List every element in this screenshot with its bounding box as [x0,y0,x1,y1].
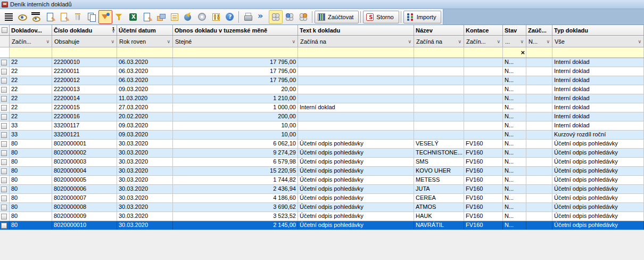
cell-cislo-dokladu[interactable]: 8020000008 [52,203,117,212]
cell-cislo-dokladu[interactable]: 22200014 [52,94,117,103]
cell-obnos[interactable]: 20,00 [173,85,298,94]
filter-input-zauctovano[interactable] [526,47,552,58]
cell-ucetni-datum[interactable]: 11.03.2020 [117,94,173,103]
cell-obnos[interactable]: 15 220,95 [173,167,298,175]
cell-ucetni-datum[interactable]: 30.03.2020 [117,185,173,193]
cell-nazev[interactable]: TECHNISTONE... [414,149,464,157]
cell-typ-dokladu[interactable]: Kurzový rozdíl roční [552,131,644,139]
cell-stav[interactable]: N... [503,112,526,121]
cell-cislo-dokladu[interactable]: 22200016 [52,112,117,121]
cell-stav[interactable]: N... [503,85,526,94]
cell-kontace[interactable]: FV160 [464,167,503,175]
row-checkbox[interactable] [1,96,7,102]
table-row[interactable]: 80802000000430.03.202015 220,95Účetní od… [0,167,644,176]
cell-cislo-dokladu[interactable]: 33200117 [52,121,117,130]
table-row[interactable]: 80802000000530.03.20201 744,82Účetní odp… [0,176,644,185]
cell-nazev[interactable] [414,94,464,103]
cell-obnos[interactable]: 17 795,00 [173,58,298,67]
column-header-typ-dokladu[interactable]: Typ dokladu [552,25,644,35]
compass-button[interactable] [181,10,195,24]
cell-cislo-dokladu[interactable]: 8020000001 [52,140,117,148]
cell-typ-dokladu[interactable]: Interní doklad [552,85,644,94]
cell-obnos[interactable]: 10,00 [173,121,298,130]
cell-dokladova-rada[interactable]: 33 [10,121,52,130]
cell-nazev[interactable]: NAVRÁTIL [414,221,464,230]
print-button[interactable] [241,10,255,24]
cell-zauctovano[interactable] [526,203,552,212]
cell-cislo-dokladu[interactable]: 8020000007 [52,194,117,202]
row-select-cell[interactable] [0,94,10,103]
row-select-cell[interactable] [0,103,10,112]
column-header-kontace[interactable]: Kontace [464,25,503,35]
delete-button[interactable] [71,10,85,24]
cell-kontace[interactable] [464,67,503,76]
cell-obnos[interactable]: 9 274,29 [173,149,298,157]
column-header-ucetni-datum[interactable]: Účetní datum [117,25,173,35]
cell-dokladova-rada[interactable]: 22 [10,85,52,94]
cell-zauctovano[interactable] [526,67,552,76]
filter-condition-kontace[interactable]: Začín...∨ [464,36,503,47]
row-select-cell[interactable] [0,167,10,175]
cell-ucetni-datum[interactable]: 06.03.2020 [117,76,173,85]
cell-text-k-dokladu[interactable]: Účetní odpis pohledávky [298,149,414,157]
cell-nazev[interactable] [414,85,464,94]
cell-dokladova-rada[interactable]: 80 [10,176,52,184]
row-select-cell[interactable] [0,67,10,76]
cell-text-k-dokladu[interactable] [298,58,414,67]
cell-cislo-dokladu[interactable]: 22200012 [52,76,117,85]
row-select-cell[interactable] [0,221,10,230]
cell-zauctovano[interactable] [526,103,552,112]
cell-typ-dokladu[interactable]: Účetní odpis pohledávky [552,194,644,202]
cell-stav[interactable]: N... [503,103,526,112]
cell-text-k-dokladu[interactable]: Účetní odpis pohledávky [298,221,414,230]
cell-ucetni-datum[interactable]: 30.03.2020 [117,221,173,230]
row-checkbox[interactable] [1,168,7,174]
cell-nazev[interactable]: METESS [414,176,464,184]
cell-obnos[interactable]: 3 690,62 [173,203,298,212]
cell-typ-dokladu[interactable]: Účetní odpis pohledávky [552,158,644,166]
cell-dokladova-rada[interactable]: 80 [10,149,52,157]
cell-obnos[interactable]: 4 186,60 [173,194,298,202]
cell-nazev[interactable] [414,67,464,76]
cell-zauctovano[interactable] [526,76,552,85]
cell-typ-dokladu[interactable]: Interní doklad [552,103,644,112]
filter-input-obnos[interactable] [173,47,298,58]
cell-ucetni-datum[interactable]: 09.03.2020 [117,121,173,130]
row-checkbox[interactable] [1,123,7,129]
cell-stav[interactable]: N... [503,140,526,148]
filter-input-kontace[interactable] [464,47,503,58]
cell-kontace[interactable]: FV160 [464,176,503,184]
cell-nazev[interactable]: VESELÝ [414,140,464,148]
cell-kontace[interactable]: FV160 [464,149,503,157]
table-row[interactable]: 333320012109.03.202010,00N...Kurzový roz… [0,131,644,140]
cell-typ-dokladu[interactable]: Interní doklad [552,112,644,121]
cell-kontace[interactable] [464,121,503,130]
cell-kontace[interactable]: FV160 [464,212,503,221]
cell-zauctovano[interactable] [526,112,552,121]
cell-text-k-dokladu[interactable] [298,76,414,85]
cell-cislo-dokladu[interactable]: 22200010 [52,58,117,67]
filter-condition-cislo-dokladu[interactable]: Obsahuje∨ [52,36,117,47]
cell-dokladova-rada[interactable]: 22 [10,94,52,103]
cell-ucetni-datum[interactable]: 30.03.2020 [117,212,173,221]
cell-typ-dokladu[interactable]: Interní doklad [552,76,644,85]
cell-nazev[interactable]: ATMOS [414,203,464,212]
cell-typ-dokladu[interactable]: Účetní odpis pohledávky [552,167,644,175]
cell-kontace[interactable] [464,131,503,139]
cell-zauctovano[interactable] [526,140,552,148]
cell-stav[interactable]: N... [503,121,526,130]
cell-ucetni-datum[interactable]: 30.03.2020 [117,167,173,175]
cell-nazev[interactable] [414,112,464,121]
cell-stav[interactable]: N... [503,76,526,85]
cell-text-k-dokladu[interactable] [298,121,414,130]
row-checkbox[interactable] [1,223,7,229]
row-select-cell[interactable] [0,121,10,130]
cell-obnos[interactable]: 3 523,52 [173,212,298,221]
cell-ucetni-datum[interactable]: 30.03.2020 [117,149,173,157]
table-row[interactable]: 80802000000230.03.20209 274,29Účetní odp… [0,149,644,158]
column-header-stav[interactable]: Stav [503,25,526,35]
table-row[interactable]: 222220001620.02.2020200,00N...Interní do… [0,112,644,121]
row-checkbox[interactable] [1,205,7,210]
cell-stav[interactable]: N... [503,203,526,212]
storno-button[interactable]: Storno [363,11,399,23]
